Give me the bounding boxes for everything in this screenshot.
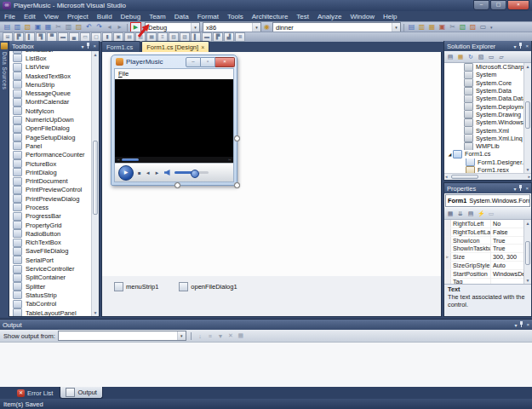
scroll-right-icon[interactable]: ▸	[528, 174, 530, 180]
scrollbar-thumb[interactable]	[93, 141, 98, 215]
panel-close-icon[interactable]: ×	[526, 322, 529, 327]
toolbox-item[interactable]: RichTextBox	[9, 239, 92, 247]
menu-item[interactable]: Build	[93, 12, 117, 21]
toolbox-item[interactable]: ListView	[9, 63, 92, 72]
menu-item[interactable]: Debug	[117, 12, 146, 21]
toolbox-item[interactable]: MessageQueue	[9, 89, 92, 97]
panel-menu-icon[interactable]: ▾	[513, 186, 516, 192]
designer-canvas[interactable]: PlayerMusic – ▫ × File	[101, 52, 442, 317]
object-selector-combo[interactable]: Form1 System.Windows.Forms.For ▾	[445, 194, 530, 207]
tool-window-tab[interactable]: ✕ Error List	[12, 387, 58, 399]
cut-line-icon[interactable]: ✂	[448, 23, 457, 32]
toolbox-item[interactable]: Process	[9, 203, 92, 211]
menu-item[interactable]: Project	[63, 12, 93, 21]
property-expander-icon[interactable]	[444, 279, 451, 284]
property-expander-icon[interactable]	[444, 245, 451, 252]
categorized-icon[interactable]: ▦	[446, 210, 455, 218]
toolbox-item[interactable]: TabControl	[9, 300, 92, 308]
bookmark-icon[interactable]: ▣	[438, 23, 447, 32]
menu-item[interactable]: Tools	[223, 12, 248, 21]
seek-bar[interactable]: ‹‹ ››	[115, 157, 233, 163]
properties-view-icon[interactable]: ▤	[466, 210, 475, 218]
toolbox-item[interactable]: PrintDocument	[9, 176, 92, 185]
solution-tree-item[interactable]: ◢ Form1.cs	[444, 150, 525, 158]
refresh-icon[interactable]: ↻	[466, 53, 475, 61]
show-all-files-icon[interactable]: ▦	[456, 53, 465, 61]
panel-close-icon[interactable]: ×	[525, 186, 529, 191]
menu-item[interactable]: Architecture	[248, 12, 293, 21]
property-expander-icon[interactable]	[444, 237, 451, 245]
toolbox-item[interactable]: SplitContainer	[9, 274, 92, 282]
open-file-icon[interactable]: ▧	[23, 23, 32, 32]
mute-button[interactable]	[164, 170, 170, 176]
menu-item[interactable]: View	[40, 12, 63, 21]
panel-close-icon[interactable]: ×	[525, 43, 529, 49]
toolbox-scrollbar[interactable]: ▲ ▼	[91, 51, 99, 316]
properties-window-icon[interactable]: ▨	[468, 23, 478, 32]
maximize-button[interactable]: ▢	[490, 0, 506, 10]
solution-tree-item[interactable]: System.Core	[444, 79, 525, 87]
output-content[interactable]	[0, 343, 532, 388]
scrollbar-thumb[interactable]	[525, 241, 530, 265]
uncomment-icon[interactable]: ▦	[427, 23, 437, 32]
copy-icon[interactable]: ▥	[64, 23, 73, 32]
property-value[interactable]: True	[491, 237, 525, 245]
solution-tree-item[interactable]: System.Windows.Fo	[444, 118, 525, 126]
word-wrap-icon[interactable]: ▦	[237, 332, 245, 339]
toolbox-item[interactable]: Splitter	[9, 282, 92, 291]
scroll-up-icon[interactable]: ▲	[92, 51, 99, 58]
property-expander-icon[interactable]: ▹	[444, 253, 451, 261]
tray-component[interactable]: menuStrip1	[114, 282, 158, 291]
combo-arrow-icon[interactable]: ▾	[177, 331, 186, 340]
new-project-icon[interactable]: ▤	[3, 23, 12, 32]
property-row[interactable]: ShowInTaskba True	[444, 245, 525, 253]
property-expander-icon[interactable]	[444, 220, 451, 228]
toolbox-item[interactable]: PictureBox	[9, 159, 92, 168]
solution-tree-item[interactable]: System	[444, 71, 525, 78]
scrollbar-thumb[interactable]	[451, 175, 478, 179]
previous-button[interactable]: ◄	[146, 170, 151, 176]
toolbox-item[interactable]: OpenFileDialog	[9, 124, 92, 133]
form-menu-strip[interactable]: File	[115, 69, 233, 79]
minimize-button[interactable]: –	[473, 0, 489, 10]
menu-item[interactable]: Format	[193, 12, 223, 21]
property-value[interactable]: 300, 300	[491, 253, 525, 261]
stop-button[interactable]: ■	[138, 170, 141, 176]
solution-explorer-scrollbar[interactable]: ▲ ▼	[523, 63, 531, 173]
toolbox-item[interactable]: PrintPreviewDialog	[9, 194, 92, 203]
navigate-back-icon[interactable]: ◂	[105, 23, 114, 32]
toolbox-item[interactable]: ListBox	[9, 54, 92, 62]
solution-tree-item[interactable]: System.Xml.Linq	[444, 135, 525, 142]
document-tab[interactable]: Form1.cs	[101, 41, 140, 52]
toolbox-item[interactable]: NotifyIcon	[9, 107, 92, 115]
goto-next-icon[interactable]: ▼	[216, 333, 225, 339]
solution-explorer-hscrollbar[interactable]: ◂ ▸	[444, 173, 531, 180]
menu-item[interactable]: Analyze	[313, 12, 346, 21]
solution-explorer-icon[interactable]: ▧	[458, 23, 467, 32]
volume-thumb[interactable]	[191, 170, 199, 178]
tree-expander-icon[interactable]: ◢	[447, 152, 453, 157]
play-button[interactable]: ▶	[118, 165, 134, 181]
scroll-up-icon[interactable]: ▲	[524, 220, 531, 227]
toolbox-item[interactable]: PrintPreviewControl	[9, 186, 92, 194]
pin-icon[interactable]	[518, 43, 523, 49]
property-expander-icon[interactable]	[444, 228, 451, 236]
menu-item[interactable]: Test	[292, 12, 313, 21]
media-player-control[interactable]: ‹‹ ›› ▶ ■ ◄ ►	[115, 79, 233, 181]
combo-arrow-icon[interactable]: ▾	[252, 23, 260, 32]
panel-menu-icon[interactable]: ▾	[81, 43, 83, 49]
solution-tree-item[interactable]: Form1.resx	[444, 166, 525, 173]
properties-scrollbar[interactable]: ▲ ▼	[523, 220, 531, 284]
find-message-icon[interactable]: ↓	[196, 333, 204, 339]
property-value[interactable]: No	[491, 220, 525, 228]
events-icon[interactable]: ⚡	[477, 210, 485, 218]
menu-item[interactable]: Help	[379, 12, 401, 21]
property-expander-icon[interactable]	[444, 262, 451, 269]
toolbox-item[interactable]: StatusStrip	[9, 291, 92, 299]
save-icon[interactable]: ▣	[33, 23, 43, 32]
menu-item[interactable]: Edit	[20, 12, 40, 21]
property-row[interactable]: StartPosition WindowsDefault	[444, 270, 525, 279]
toolbox-item[interactable]: MonthCalendar	[9, 98, 92, 107]
close-button[interactable]: ×	[507, 0, 529, 10]
cut-icon[interactable]: ✂	[54, 23, 63, 32]
